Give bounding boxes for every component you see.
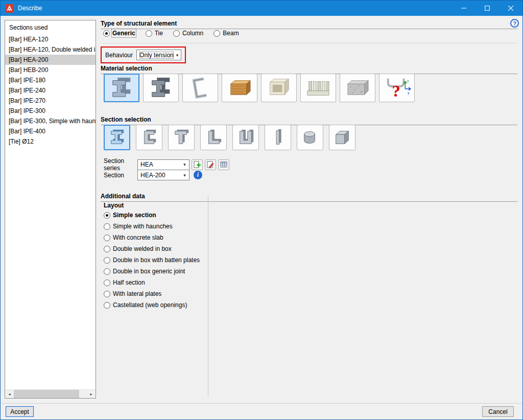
series-table-button[interactable] — [218, 159, 229, 170]
shape-square-bar-button[interactable] — [329, 125, 355, 150]
radio-simple-with-haunches[interactable]: Simple with haunches — [104, 223, 200, 230]
radio-icon — [104, 279, 110, 286]
sections-used-list: [Bar] HEA-120 [Bar] HEA-120, Double weld… — [5, 34, 96, 147]
list-item-label: [Bar] IPE-300 — [9, 107, 45, 114]
accept-button[interactable]: Accept — [6, 406, 34, 417]
list-item[interactable]: [Bar] IPE-270 — [5, 96, 96, 106]
list-item-label: [Bar] IPE-180 — [9, 77, 45, 84]
section-series-select[interactable]: HEA ▾ — [137, 159, 189, 170]
section-row: Section HEA-200 ▾ i — [104, 170, 202, 180]
horizontal-scrollbar[interactable]: ◄ ► — [5, 389, 96, 398]
edit-icon — [206, 160, 215, 169]
section-select[interactable]: HEA-200 ▾ — [137, 170, 189, 180]
list-item-label: [Bar] IPE-270 — [9, 97, 45, 104]
radio-castellated[interactable]: Castellated (web openings) — [104, 301, 200, 309]
list-item-label: [Bar] IPE-300, Simple with haunches — [9, 118, 96, 125]
material-concrete-button[interactable] — [340, 74, 375, 102]
radio-simple-section[interactable]: Simple section — [104, 212, 200, 219]
radio-icon — [104, 268, 110, 275]
list-item-label: [Bar] IPE-400 — [9, 128, 45, 135]
radio-icon — [104, 291, 110, 297]
close-button[interactable] — [499, 1, 522, 16]
radio-double-in-box-generic-joint[interactable]: Double in box generic joint — [104, 268, 200, 275]
list-item[interactable]: [Bar] HEA-120, Double welded in box — [5, 44, 96, 55]
radio-double-in-box-batten-plates[interactable]: Double in box with batten plates — [104, 256, 200, 264]
radio-icon — [104, 257, 110, 264]
list-item-label: [Bar] HEA-200 — [9, 56, 48, 63]
table-icon — [220, 160, 228, 169]
radio-tie[interactable]: Tie — [146, 30, 163, 37]
close-icon — [508, 6, 513, 11]
list-item[interactable]: [Bar] IPE-300 — [5, 106, 96, 116]
radio-generic[interactable]: Generic — [103, 30, 135, 37]
round-bar-icon — [299, 128, 321, 147]
radio-column[interactable]: Column — [173, 30, 203, 37]
material-timber-button[interactable] — [222, 74, 257, 102]
material-cold-formed-steel-button[interactable] — [182, 74, 218, 102]
behaviour-select[interactable]: Only tension ▾ — [136, 50, 181, 60]
scrollbar-thumb[interactable] — [14, 390, 79, 398]
material-welded-steel-button[interactable] — [143, 74, 179, 102]
layout-label: Layout — [104, 202, 124, 209]
shape-channel-button[interactable] — [136, 125, 162, 150]
behaviour-label: Behaviour — [105, 52, 133, 59]
shape-flat-bar-button[interactable] — [265, 125, 291, 150]
radio-icon — [104, 302, 110, 309]
section-value: HEA-200 — [140, 172, 180, 179]
radio-label: Beam — [223, 30, 239, 37]
cancel-button[interactable]: Cancel — [482, 406, 514, 417]
shape-buttons — [104, 125, 355, 150]
info-icon[interactable]: i — [194, 171, 202, 179]
radio-with-concrete-slab[interactable]: With concrete slab — [104, 234, 200, 241]
material-undefined-button[interactable]: ? z y — [379, 74, 415, 102]
shape-i-section-button[interactable] — [104, 125, 130, 150]
radio-icon — [103, 30, 110, 37]
material-rolled-steel-button[interactable] — [104, 74, 139, 102]
list-item[interactable]: [Bar] IPE-300, Simple with haunches — [5, 116, 96, 126]
timber-icon — [225, 76, 254, 100]
list-item[interactable]: [Bar] IPE-240 — [5, 85, 96, 96]
radio-beam[interactable]: Beam — [213, 30, 239, 37]
scroll-left-icon[interactable]: ◄ — [5, 390, 14, 398]
scroll-right-icon[interactable]: ► — [87, 390, 96, 398]
radio-half-section[interactable]: Half section — [104, 279, 200, 286]
behaviour-highlight-box: Behaviour Only tension ▾ — [101, 46, 186, 63]
radio-with-lateral-plates[interactable]: With lateral plates — [104, 290, 200, 297]
concrete-icon — [343, 76, 372, 100]
minimize-icon — [461, 6, 466, 11]
shape-angle-button[interactable] — [200, 125, 227, 150]
material-buttons: ? z y — [104, 74, 415, 102]
section-series-value: HEA — [140, 161, 180, 168]
list-item[interactable]: [Bar] HEA-120 — [5, 34, 96, 44]
behaviour-value: Only tension — [139, 52, 174, 59]
radio-label: Tie — [155, 30, 163, 37]
radio-icon — [173, 30, 180, 37]
radio-label: With lateral plates — [113, 290, 161, 297]
radio-label: Castellated (web openings) — [113, 301, 187, 309]
type-of-element-header: Type of structural element — [101, 20, 517, 29]
radio-icon — [104, 235, 110, 241]
radio-double-welded-in-box[interactable]: Double welded in box — [104, 245, 200, 252]
list-item[interactable]: [Bar] IPE-180 — [5, 75, 96, 85]
shape-round-bar-button[interactable] — [297, 125, 323, 150]
material-generic-button[interactable] — [261, 74, 297, 102]
window-controls — [452, 1, 522, 16]
shape-u-section-button[interactable] — [232, 125, 259, 150]
list-item[interactable]: [Bar] IPE-400 — [5, 126, 96, 136]
list-item[interactable]: [Bar] HEA-200 — [5, 55, 96, 65]
add-series-button[interactable] — [192, 159, 203, 170]
radio-label: Simple section — [113, 212, 156, 219]
list-item[interactable]: [Bar] HEB-200 — [5, 65, 96, 75]
radio-icon — [213, 30, 220, 37]
maximize-button[interactable] — [476, 1, 499, 16]
undefined-material-icon: ? z y — [382, 76, 412, 100]
sections-used-header: Sections used — [5, 20, 96, 34]
shape-t-section-button[interactable] — [168, 125, 195, 150]
radio-label: With concrete slab — [113, 234, 163, 241]
material-aluminium-button[interactable] — [300, 74, 336, 102]
edit-series-button[interactable] — [205, 159, 216, 170]
sections-used-panel: Sections used [Bar] HEA-120 [Bar] HEA-12… — [5, 20, 96, 399]
list-item-label: [Bar] HEA-120 — [9, 36, 48, 43]
list-item[interactable]: [Tie] Ø12 — [5, 136, 96, 147]
minimize-button[interactable] — [452, 1, 476, 16]
